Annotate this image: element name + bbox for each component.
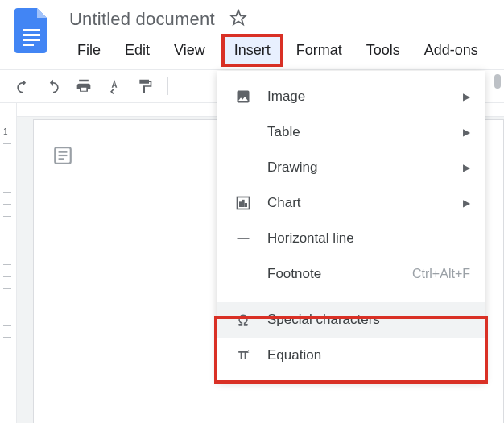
menu-edit[interactable]: Edit bbox=[117, 37, 158, 67]
insert-menu-dropdown: Image ▶ Table ▶ Drawing ▶ Chart ▶ Horizo… bbox=[217, 71, 485, 381]
toolbar-separator bbox=[167, 77, 168, 95]
svg-rect-3 bbox=[23, 44, 34, 46]
menu-view[interactable]: View bbox=[166, 37, 213, 67]
menu-item-label: Table bbox=[267, 124, 463, 140]
menu-insert[interactable]: Insert bbox=[225, 37, 280, 64]
menu-item-label: Equation bbox=[267, 347, 470, 363]
paint-format-button[interactable] bbox=[137, 78, 153, 94]
menu-item-equation[interactable]: 2 Equation bbox=[217, 338, 485, 373]
svg-rect-13 bbox=[238, 238, 250, 239]
menu-item-drawing[interactable]: Drawing ▶ bbox=[217, 150, 485, 185]
menu-item-label: Drawing bbox=[267, 160, 463, 176]
document-title[interactable]: Untitled document bbox=[69, 9, 215, 30]
horizontal-line-icon bbox=[233, 230, 253, 247]
shortcut-label: Ctrl+Alt+F bbox=[412, 267, 470, 281]
menu-item-table[interactable]: Table ▶ bbox=[217, 114, 485, 150]
undo-button[interactable] bbox=[14, 78, 31, 94]
docs-logo[interactable] bbox=[14, 8, 50, 53]
menu-item-label: Image bbox=[267, 89, 463, 105]
omega-icon bbox=[233, 312, 253, 328]
star-icon[interactable] bbox=[229, 9, 247, 30]
svg-rect-11 bbox=[242, 201, 244, 206]
scrollbar-thumb[interactable] bbox=[494, 74, 501, 89]
svg-rect-1 bbox=[23, 34, 40, 36]
spellcheck-button[interactable] bbox=[106, 78, 122, 94]
svg-rect-2 bbox=[23, 39, 40, 41]
chart-icon bbox=[233, 195, 253, 211]
submenu-arrow-icon: ▶ bbox=[463, 91, 470, 102]
menu-item-label: Horizontal line bbox=[267, 230, 470, 247]
menu-item-special-characters[interactable]: Special characters bbox=[217, 302, 485, 338]
vertical-ruler: 1 bbox=[0, 103, 17, 423]
menu-item-image[interactable]: Image ▶ bbox=[217, 79, 485, 114]
svg-rect-0 bbox=[23, 29, 40, 31]
submenu-arrow-icon: ▶ bbox=[463, 162, 470, 173]
menu-addons[interactable]: Add-ons bbox=[416, 37, 486, 67]
outline-icon[interactable] bbox=[52, 145, 73, 169]
svg-text:2: 2 bbox=[246, 349, 249, 354]
menu-item-label: Footnote bbox=[267, 266, 412, 282]
image-icon bbox=[233, 89, 253, 105]
menubar: File Edit View Insert Format Tools Add-o… bbox=[69, 37, 504, 67]
menu-file[interactable]: File bbox=[69, 37, 109, 67]
submenu-arrow-icon: ▶ bbox=[463, 126, 470, 138]
menu-item-label: Special characters bbox=[267, 312, 470, 328]
menu-item-chart[interactable]: Chart ▶ bbox=[217, 185, 485, 221]
svg-marker-4 bbox=[231, 10, 246, 24]
menu-tools[interactable]: Tools bbox=[358, 37, 408, 67]
print-button[interactable] bbox=[76, 78, 92, 94]
svg-rect-12 bbox=[246, 204, 247, 206]
pi-icon: 2 bbox=[233, 347, 253, 363]
svg-rect-10 bbox=[240, 202, 242, 206]
menu-item-label: Chart bbox=[267, 195, 463, 211]
menu-format[interactable]: Format bbox=[288, 37, 350, 67]
menu-item-horizontal-line[interactable]: Horizontal line bbox=[217, 221, 485, 256]
submenu-arrow-icon: ▶ bbox=[463, 197, 470, 209]
menu-divider bbox=[217, 297, 485, 297]
menu-item-footnote[interactable]: Footnote Ctrl+Alt+F bbox=[217, 256, 485, 292]
redo-button[interactable] bbox=[45, 78, 61, 94]
menu-insert-highlight: Insert bbox=[221, 34, 283, 67]
